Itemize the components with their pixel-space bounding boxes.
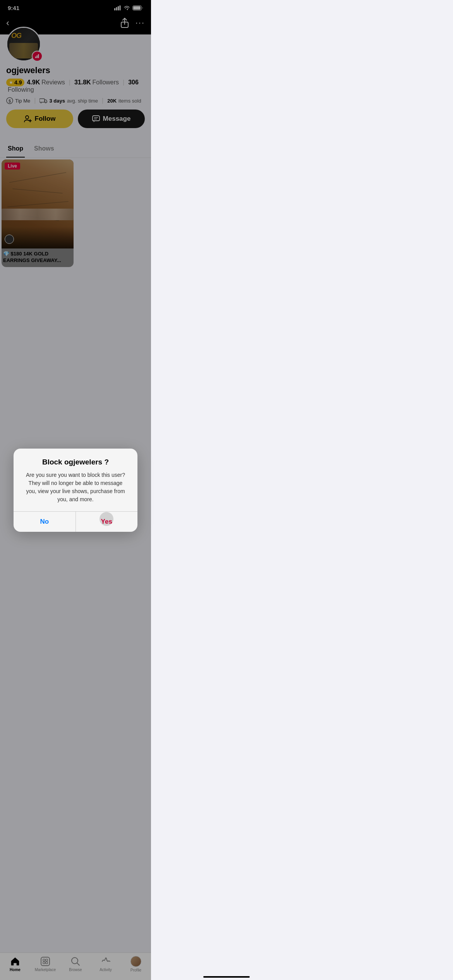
modal-overlay: Block ogjewelers ? Are you sure you want… bbox=[0, 0, 151, 327]
